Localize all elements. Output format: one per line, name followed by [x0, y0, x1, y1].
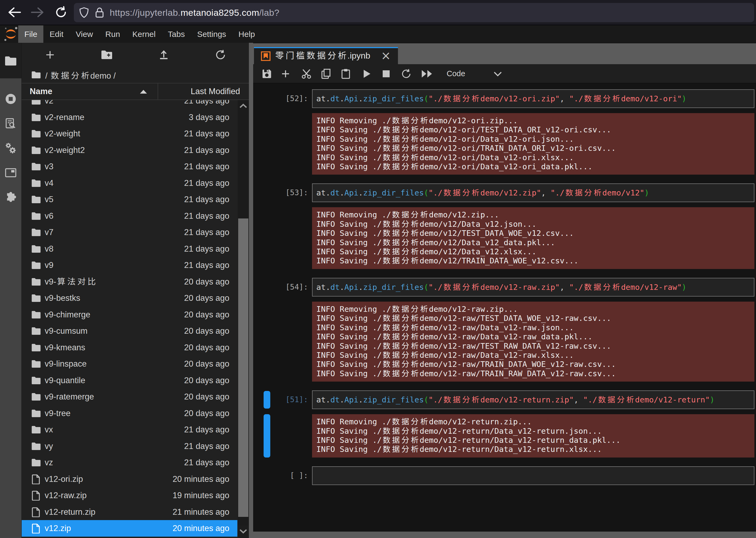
code-token: "./数据分析demo/v12-ori": [569, 94, 682, 103]
column-divider[interactable]: [158, 83, 158, 99]
file-modified-time: 19 minutes ago: [22, 487, 229, 504]
notebook-cell[interactable]: [54]: at.dt.Api.zip_dir_files("./数据分析dem…: [253, 278, 756, 382]
notebook-cell[interactable]: [ ]:: [253, 466, 756, 485]
menu-item[interactable]: Kernel: [126, 26, 162, 43]
scroll-down-icon[interactable]: [238, 525, 249, 537]
interrupt-kernel-button[interactable]: [378, 66, 394, 82]
run-cell-button[interactable]: [359, 66, 375, 82]
file-list-row[interactable]: v6 21 days ago: [22, 208, 237, 224]
file-modified-time: 21 days ago: [22, 241, 229, 257]
file-list-row[interactable]: v2 21 days ago: [22, 100, 237, 109]
file-list: v2 21 days ago v2-rename 3 days ago v2-w…: [22, 100, 238, 538]
file-list-row[interactable]: v9-chimerge 20 days ago: [22, 306, 237, 323]
file-list-row[interactable]: v4 21 days ago: [22, 175, 237, 191]
refresh-button[interactable]: [192, 43, 249, 67]
file-list-row[interactable]: v9-bestks 20 days ago: [22, 290, 237, 306]
new-folder-button[interactable]: [78, 43, 135, 67]
cell-output-stderr: INFO Removing ./数据分析demo/v12-ori.zip...I…: [312, 113, 754, 175]
cell-editor[interactable]: at.dt.Api.zip_dir_files("./数据分析demo/v12-…: [312, 278, 754, 296]
cell-editor[interactable]: at.dt.Api.zip_dir_files("./数据分析demo/v12-…: [312, 390, 754, 409]
menu-item[interactable]: Settings: [191, 26, 232, 43]
file-list-row[interactable]: vx 21 days ago: [22, 421, 237, 438]
sidebar-tab-running-sessions[interactable]: [0, 87, 22, 111]
notebook-cell[interactable]: [51]: at.dt.Api.zip_dir_files("./数据分析dem…: [253, 390, 756, 457]
file-modified-time: 20 days ago: [22, 290, 229, 306]
paste-cells-button[interactable]: [338, 66, 354, 82]
menu-item[interactable]: File: [18, 26, 43, 43]
sidebar-splitter[interactable]: [249, 43, 253, 538]
menu-item[interactable]: View: [70, 26, 99, 43]
browser-back-icon[interactable]: [6, 4, 23, 21]
file-list-row[interactable]: v2-weight 21 days ago: [22, 126, 237, 142]
shield-icon[interactable]: [79, 7, 90, 18]
menu-item[interactable]: Help: [232, 26, 261, 43]
file-list-row[interactable]: v12-return.zip 21 minutes ago: [22, 504, 237, 520]
menu-item[interactable]: Edit: [43, 26, 70, 43]
scrollbar-thumb[interactable]: [238, 218, 248, 517]
save-button[interactable]: [259, 66, 275, 82]
menu-item[interactable]: Run: [99, 26, 126, 43]
restart-kernel-button[interactable]: [398, 66, 414, 82]
output-collapser[interactable]: [264, 414, 270, 457]
file-list-row[interactable]: vy 21 days ago: [22, 438, 237, 455]
chevron-down-icon[interactable]: [493, 71, 502, 78]
insert-cell-button[interactable]: [278, 66, 293, 82]
cell-type-select[interactable]: Code: [447, 69, 465, 78]
file-list-row[interactable]: v9-tree 20 days ago: [22, 405, 237, 422]
cut-cells-button[interactable]: [298, 66, 314, 82]
file-list-row[interactable]: v9-linspace 20 days ago: [22, 356, 237, 372]
file-list-row[interactable]: v9-算法对比 20 days ago: [22, 274, 237, 290]
url-bar[interactable]: https://jupyterlab.metanoia8295.com/lab?: [74, 3, 754, 22]
cell-editor[interactable]: at.dt.Api.zip_dir_files("./数据分析demo/v12.…: [312, 184, 754, 202]
file-list-row[interactable]: v12.zip 20 minutes ago: [22, 520, 237, 537]
column-header-modified[interactable]: Last Modified: [191, 83, 240, 99]
file-list-scrollbar[interactable]: [238, 100, 249, 538]
sidebar-tab-file-browser[interactable]: [0, 43, 22, 78]
new-launcher-button[interactable]: [22, 43, 78, 67]
file-list-header: Name Last Modified: [22, 83, 249, 100]
file-list-row[interactable]: v9-cumsum 20 days ago: [22, 323, 237, 339]
file-modified-time: 21 days ago: [22, 224, 229, 241]
browser-reload-icon[interactable]: [52, 4, 70, 21]
breadcrumb[interactable]: / 数据分析demo /: [22, 67, 249, 83]
output-line: INFO Saving ./数据分析demo/v12-raw/Data_v12-…: [316, 350, 750, 360]
sidebar-tab-property-inspector[interactable]: [0, 111, 22, 136]
window-icon: [5, 167, 17, 178]
sidebar-tab-extensions[interactable]: [0, 185, 22, 210]
sidebar-tab-open-tabs[interactable]: [0, 160, 22, 185]
notebook-tab[interactable]: 零门槛数据分析.ipynb ×: [254, 47, 398, 64]
file-list-row[interactable]: v2-weight2 21 days ago: [22, 142, 237, 159]
copy-cells-button[interactable]: [318, 66, 334, 82]
file-list-row[interactable]: v8 21 days ago: [22, 241, 237, 257]
file-list-row[interactable]: v9-ratemerge 20 days ago: [22, 389, 237, 405]
file-list-row[interactable]: v9 21 days ago: [22, 257, 237, 274]
tab-close-icon[interactable]: ×: [378, 48, 394, 63]
notebook-cell[interactable]: [53]: at.dt.Api.zip_dir_files("./数据分析dem…: [253, 184, 756, 269]
output-line: INFO Saving ./数据分析demo/v12-raw/TEST_RAW_…: [316, 342, 750, 350]
file-list-row[interactable]: v9-kmeans 20 days ago: [22, 339, 237, 356]
cell-editor[interactable]: at.dt.Api.zip_dir_files("./数据分析demo/v12-…: [312, 89, 754, 108]
code-token: .: [326, 94, 330, 103]
scroll-up-icon[interactable]: [238, 100, 249, 112]
column-header-name[interactable]: Name: [30, 83, 52, 99]
file-list-row[interactable]: v12-ori.zip 20 minutes ago: [22, 471, 237, 487]
file-list-row[interactable]: v3 21 days ago: [22, 158, 237, 175]
file-list-row[interactable]: vz 21 days ago: [22, 454, 237, 471]
lock-icon[interactable]: [94, 7, 105, 18]
notebook-cell[interactable]: [52]: at.dt.Api.zip_dir_files("./数据分析dem…: [253, 89, 756, 175]
code-token: Api: [345, 395, 358, 404]
upload-button[interactable]: [135, 43, 192, 67]
browser-forward-icon[interactable]: [29, 4, 46, 21]
file-list-row[interactable]: v2-rename 3 days ago: [22, 109, 237, 126]
notebook-icon: [261, 51, 271, 61]
file-list-row[interactable]: v9-quantile 20 days ago: [22, 372, 237, 389]
code-token: Api: [345, 283, 358, 292]
file-list-row[interactable]: v7 21 days ago: [22, 224, 237, 241]
sidebar-tab-settings[interactable]: [0, 136, 22, 160]
menu-item[interactable]: Tabs: [161, 26, 191, 43]
cell-editor[interactable]: [312, 466, 754, 485]
stop-circle-icon: [5, 93, 17, 105]
file-list-row[interactable]: v5 21 days ago: [22, 191, 237, 208]
file-list-row[interactable]: v12-raw.zip 19 minutes ago: [22, 487, 237, 504]
restart-run-all-button[interactable]: [419, 66, 435, 82]
